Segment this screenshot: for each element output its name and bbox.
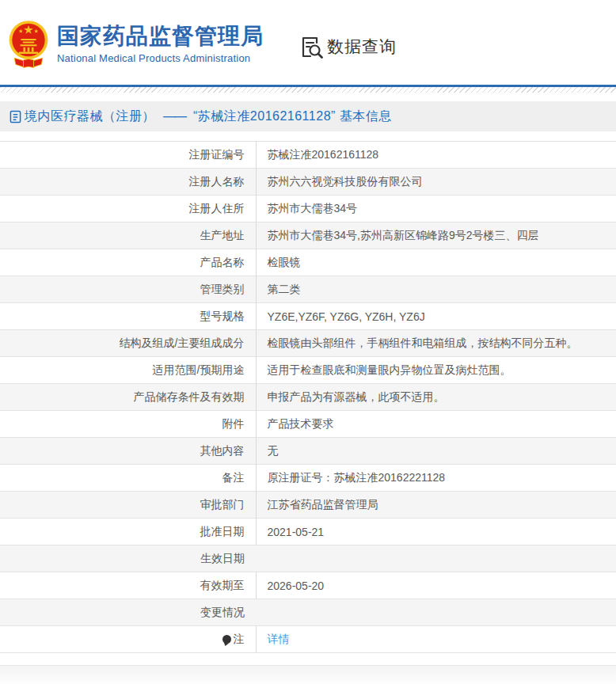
detail-link[interactable]: 详情 [268, 633, 290, 645]
agency-name-en: National Medical Products Administration [57, 52, 264, 64]
row-label: 其他内容 [0, 438, 256, 465]
breadcrumb-section: 境内医疗器械（注册） [25, 108, 155, 125]
info-table-body: 注册证编号苏械注准20162161128注册人名称苏州六六视觉科技股份有限公司注… [0, 142, 616, 653]
row-label: 批准日期 [0, 519, 256, 545]
row-label: 型号规格 [0, 303, 256, 330]
data-query-label: 数据查询 [327, 36, 397, 58]
row-value: YZ6E,YZ6F, YZ6G, YZ6H, YZ6J [256, 303, 616, 330]
row-value: 2026-05-20 [256, 572, 616, 599]
table-row: 生产地址苏州市大儒巷34号,苏州高新区锦峰路9号2号楼三、四层 [0, 222, 616, 249]
row-value: 检眼镜由头部组件，手柄组件和电箱组成，按结构不同分五种。 [256, 330, 616, 357]
site-header: 国家药品监督管理局 National Medical Products Admi… [0, 0, 616, 85]
spacer [0, 131, 616, 141]
table-row: 生效日期 [0, 545, 616, 572]
row-value: 无 [256, 438, 616, 465]
table-row: 管理类别第二类 [0, 276, 616, 303]
data-query-nav[interactable]: 数据查询 [300, 35, 397, 59]
table-row: 附件产品技术要求 [0, 411, 616, 438]
row-label: 生产地址 [0, 222, 256, 249]
national-emblem-icon [8, 18, 49, 72]
breadcrumb-dash: —— [163, 109, 185, 124]
hatch-stripe [0, 87, 616, 93]
breadcrumb: 境内医疗器械（注册） —— “苏械注准20162161128” 基本信息 [0, 101, 616, 131]
row-value: 详情 [256, 626, 616, 653]
row-value: 第二类 [256, 276, 616, 303]
page-footer [0, 665, 616, 684]
row-label: 产品名称 [0, 249, 256, 276]
row-label: 产品储存条件及有效期 [0, 384, 256, 411]
row-label: 备注 [0, 465, 256, 492]
table-row: 适用范围/预期用途适用于检查眼底和测量眼内异物位置及病灶范围。 [0, 357, 616, 384]
row-label: 注册人名称 [0, 169, 256, 196]
table-row: 型号规格YZ6E,YZ6F, YZ6G, YZ6H, YZ6J [0, 303, 616, 330]
page-title: “苏械注准20162161128” 基本信息 [193, 108, 392, 125]
document-icon [10, 110, 21, 124]
row-label: 附件 [0, 411, 256, 438]
row-value: 江苏省药品监督管理局 [256, 492, 616, 519]
agency-title-block: 国家药品监督管理局 National Medical Products Admi… [57, 24, 264, 64]
table-row: 产品储存条件及有效期申报产品为有源器械，此项不适用。 [0, 384, 616, 411]
row-value: 苏械注准20162161128 [256, 142, 616, 169]
row-value: 苏州市大儒巷34号,苏州高新区锦峰路9号2号楼三、四层 [256, 222, 616, 249]
table-row: 结构及组成/主要组成成分检眼镜由头部组件，手柄组件和电箱组成，按结构不同分五种。 [0, 330, 616, 357]
row-value [256, 599, 616, 626]
row-value: 苏州六六视觉科技股份有限公司 [256, 169, 616, 196]
row-label: 注 [0, 626, 256, 653]
row-label: 管理类别 [0, 276, 256, 303]
row-label: 生效日期 [0, 545, 256, 572]
note-balloon-icon [222, 635, 231, 644]
table-row: 注册人名称苏州六六视觉科技股份有限公司 [0, 169, 616, 196]
table-row: 注册证编号苏械注准20162161128 [0, 142, 616, 169]
row-label: 有效期至 [0, 572, 256, 599]
row-label: 变更情况 [0, 599, 256, 626]
row-label: 注册人住所 [0, 196, 256, 222]
row-label: 适用范围/预期用途 [0, 357, 256, 384]
row-value: 适用于检查眼底和测量眼内异物位置及病灶范围。 [256, 357, 616, 384]
table-row: 批准日期2021-05-21 [0, 519, 616, 545]
spacer [0, 93, 616, 101]
table-row: 审批部门江苏省药品监督管理局 [0, 492, 616, 519]
table-row: 注详情 [0, 626, 616, 653]
table-row: 有效期至2026-05-20 [0, 572, 616, 599]
row-value: 检眼镜 [256, 249, 616, 276]
table-row: 产品名称检眼镜 [0, 249, 616, 276]
row-label: 注册证编号 [0, 142, 256, 169]
data-query-icon [300, 35, 324, 59]
row-label: 审批部门 [0, 492, 256, 519]
agency-name-cn: 国家药品监督管理局 [57, 24, 264, 49]
row-value: 原注册证号：苏械注准20162221128 [256, 465, 616, 492]
row-value: 产品技术要求 [256, 411, 616, 438]
table-row: 注册人住所苏州市大儒巷34号 [0, 196, 616, 222]
row-value: 申报产品为有源器械，此项不适用。 [256, 384, 616, 411]
row-value: 2021-05-21 [256, 519, 616, 545]
row-label: 结构及组成/主要组成成分 [0, 330, 256, 357]
table-row: 其他内容无 [0, 438, 616, 465]
row-value [256, 545, 616, 572]
row-value: 苏州市大儒巷34号 [256, 196, 616, 222]
table-row: 备注原注册证号：苏械注准20162221128 [0, 465, 616, 492]
registration-info-table: 注册证编号苏械注准20162161128注册人名称苏州六六视觉科技股份有限公司注… [0, 141, 616, 653]
table-row: 变更情况 [0, 599, 616, 626]
